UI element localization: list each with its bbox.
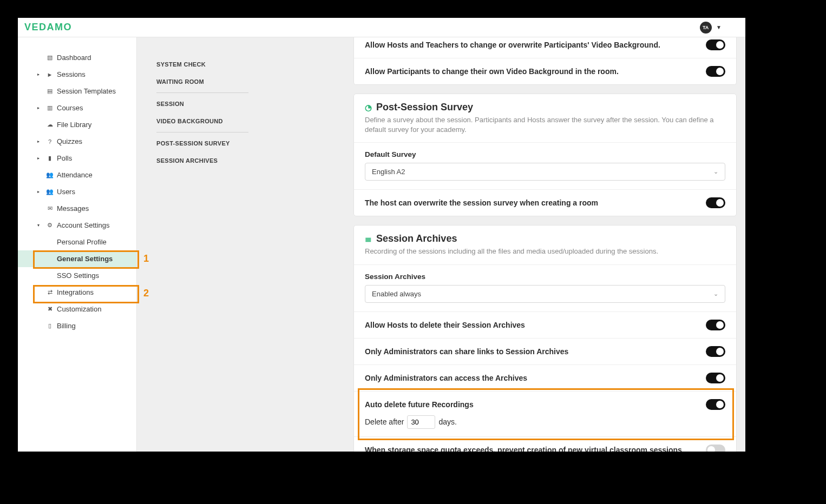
sidebar-item-dashboard[interactable]: ▧Dashboard xyxy=(18,49,136,66)
toggle-auto-delete[interactable] xyxy=(706,399,725,410)
mail-icon: ✉ xyxy=(46,205,54,213)
help-icon: ? xyxy=(46,138,54,145)
gear-icon: ⚙ xyxy=(46,222,54,229)
setting-label: Auto delete future Recordings xyxy=(365,400,706,409)
sidebar-item-customization[interactable]: ✖Customization xyxy=(18,301,136,317)
secnav-post-session-survey[interactable]: Post-Session Survey xyxy=(156,135,345,152)
default-survey-select[interactable]: English A2 ⌄ xyxy=(365,163,725,181)
sidebar-subitem-sso-settings[interactable]: SSO Settings xyxy=(18,267,136,284)
delete-after-days-input[interactable] xyxy=(407,415,435,429)
secnav-session[interactable]: Session xyxy=(156,95,345,112)
caret-right-icon: ▸ xyxy=(37,189,40,194)
sidebar-item-quizzes[interactable]: ▸?Quizzes xyxy=(18,133,136,150)
panel-description: Recording of the sessions including all … xyxy=(365,247,725,256)
setting-label: Only Administrators can access the Archi… xyxy=(365,374,706,382)
pie-chart-icon: ◔ xyxy=(365,103,372,112)
setting-label: When storage space quota exceeds, preven… xyxy=(365,446,706,452)
integrations-icon: ⇄ xyxy=(46,289,54,296)
sidebar-item-courses[interactable]: ▸▥Courses xyxy=(18,100,136,116)
sidebar-item-label: SSO Settings xyxy=(57,271,99,280)
toggle-admin-access-only[interactable] xyxy=(706,373,725,383)
book-icon: ▥ xyxy=(46,104,54,112)
sidebar-item-file-library[interactable]: ☁File Library xyxy=(18,116,136,133)
sidebar-item-label: Account Settings xyxy=(45,221,110,229)
sidebar-item-attendance[interactable]: 👥Attendance xyxy=(18,167,136,183)
panel-title: Session Archives xyxy=(376,233,457,244)
template-icon: ▤ xyxy=(46,88,54,95)
chevron-down-icon: ⌄ xyxy=(713,168,718,175)
sidebar-subitem-general-settings[interactable]: General Settings xyxy=(18,250,136,267)
primary-sidebar: ▧Dashboard▸►Sessions▤Session Templates▸▥… xyxy=(18,37,137,452)
tools-icon: ✖ xyxy=(46,306,54,313)
sidebar-item-billing[interactable]: ▯Billing xyxy=(18,317,136,334)
sidebar-item-label: Personal Profile xyxy=(57,238,107,246)
caret-right-icon: ▸ xyxy=(37,139,40,144)
chevron-down-icon: ⌄ xyxy=(713,290,718,297)
session-archives-select[interactable]: Enabled always ⌄ xyxy=(365,285,725,303)
sidebar-item-messages[interactable]: ✉Messages xyxy=(18,200,136,217)
session-archives-select-label: Session Archives xyxy=(365,273,725,281)
default-survey-label: Default Survey xyxy=(365,150,725,158)
panel-session-archives: ≣ Session Archives Recording of the sess… xyxy=(353,225,737,452)
sidebar-item-integrations[interactable]: ⇄Integrations xyxy=(18,284,136,301)
people-icon: 👥 xyxy=(46,171,54,179)
sidebar-item-sessions[interactable]: ▸►Sessions xyxy=(18,66,136,83)
app-header: VEDAMO TA ▼ xyxy=(18,18,745,37)
toggle-hosts-delete-archives[interactable] xyxy=(706,320,725,330)
panel-post-session-survey: ◔ Post-Session Survey Define a survey ab… xyxy=(353,94,737,216)
panel-title: Post-Session Survey xyxy=(376,102,473,113)
select-value: Enabled always xyxy=(372,290,421,298)
secnav-video-background[interactable]: Video Background xyxy=(156,112,345,130)
setting-label: The host can overwrite the session surve… xyxy=(365,198,706,207)
toggle-participant-change-bg[interactable] xyxy=(706,66,725,77)
toggle-host-change-bg[interactable] xyxy=(706,39,725,50)
layers-icon: ≣ xyxy=(365,234,372,244)
annotation-number-2: 2 xyxy=(143,288,149,299)
toggle-admin-share-only[interactable] xyxy=(706,346,725,357)
divider xyxy=(156,92,248,93)
user-avatar-initials: TA xyxy=(700,22,712,34)
toggle-quota-prevent[interactable] xyxy=(706,445,725,452)
sidebar-item-polls[interactable]: ▸▮Polls xyxy=(18,150,136,167)
panel-description: Define a survey about the session. Parti… xyxy=(365,115,725,135)
settings-content: Allow Hosts and Teachers to change or ov… xyxy=(353,37,745,452)
sidebar-item-session-templates[interactable]: ▤Session Templates xyxy=(18,83,136,100)
caret-down-icon: ▼ xyxy=(716,24,722,30)
secnav-system-check[interactable]: System Check xyxy=(156,56,345,73)
panel-video-background: Allow Hosts and Teachers to change or ov… xyxy=(353,37,737,85)
annotation-number-1: 1 xyxy=(143,253,149,264)
sidebar-item-account-settings[interactable]: ▾⚙Account Settings xyxy=(18,217,136,234)
sidebar-subitem-personal-profile[interactable]: Personal Profile xyxy=(18,234,136,250)
user-menu[interactable]: TA ▼ xyxy=(700,22,722,34)
toggle-host-overwrite-survey[interactable] xyxy=(706,197,725,208)
poll-icon: ▮ xyxy=(46,155,54,162)
secnav-session-archives[interactable]: Session Archives xyxy=(156,152,345,169)
caret-right-icon: ▸ xyxy=(37,156,40,161)
billing-icon: ▯ xyxy=(46,322,54,330)
brand-logo: VEDAMO xyxy=(22,22,72,33)
play-icon: ► xyxy=(46,71,54,78)
caret-right-icon: ▸ xyxy=(37,72,40,77)
sidebar-item-label: General Settings xyxy=(57,255,113,263)
cloud-icon: ☁ xyxy=(46,121,54,129)
sidebar-item-label: Session Templates xyxy=(45,87,116,95)
caret-down-icon: ▾ xyxy=(37,223,40,228)
divider xyxy=(156,132,248,132)
setting-label: Allow Hosts to delete their Session Arch… xyxy=(365,321,706,329)
setting-label: Allow Hosts and Teachers to change or ov… xyxy=(365,41,706,49)
caret-right-icon: ▸ xyxy=(37,105,40,110)
select-value: English A2 xyxy=(372,168,405,176)
setting-label: Allow Participants to change their own V… xyxy=(365,67,706,76)
sidebar-item-users[interactable]: ▸👥Users xyxy=(18,183,136,200)
secnav-waiting-room[interactable]: Waiting Room xyxy=(156,73,345,90)
delete-after-suffix: days. xyxy=(438,417,456,426)
secondary-nav: System CheckWaiting RoomSessionVideo Bac… xyxy=(137,37,353,452)
dashboard-icon: ▧ xyxy=(46,54,54,62)
delete-after-prefix: Delete after xyxy=(365,417,404,426)
people-icon: 👥 xyxy=(46,188,54,196)
setting-label: Only Administrators can share links to S… xyxy=(365,347,706,356)
